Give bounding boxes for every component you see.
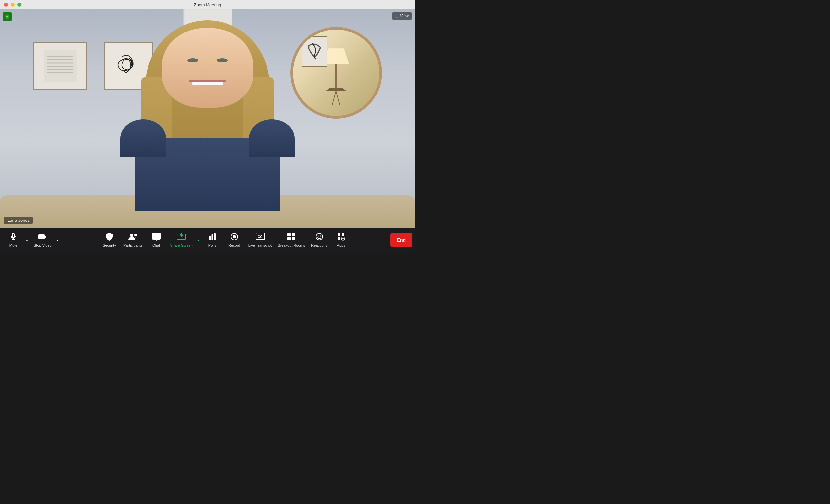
toolbar-left: Mute ▲ Stop Video ▲ (3, 229, 60, 251)
share-screen-label: Share Screen (170, 243, 193, 247)
wall-art-frame-1 (33, 42, 87, 90)
participants-icon (128, 233, 137, 242)
svg-rect-12 (209, 236, 211, 240)
svg-point-9 (134, 234, 137, 237)
svg-rect-19 (287, 233, 291, 237)
participant-name-label: Lane Jones (4, 217, 33, 224)
breakout-rooms-button[interactable]: Breakout Rooms (275, 229, 308, 251)
svg-point-24 (318, 236, 319, 237)
svg-rect-14 (214, 233, 216, 240)
share-screen-btn-group: Share Screen ▲ (168, 229, 201, 251)
window-title: Zoom Meeting (194, 2, 221, 7)
mute-button[interactable]: Mute (3, 229, 24, 251)
apps-icon (337, 233, 345, 242)
end-button[interactable]: End (390, 233, 412, 247)
svg-text:CC: CC (258, 235, 262, 239)
svg-rect-20 (292, 233, 295, 237)
video-icon (38, 233, 47, 242)
breakout-rooms-label: Breakout Rooms (278, 243, 305, 247)
svg-rect-28 (338, 233, 341, 236)
svg-rect-22 (292, 237, 295, 241)
svg-point-16 (233, 235, 236, 239)
apps-label: Apps (337, 243, 345, 247)
security-icon (106, 233, 113, 242)
svg-rect-30 (338, 238, 341, 240)
stop-video-button[interactable]: Stop Video (31, 229, 54, 251)
reactions-icon: + (315, 233, 323, 242)
view-button[interactable]: ⊞ View (392, 12, 412, 20)
apps-button[interactable]: Apps (330, 229, 352, 251)
chat-label: Chat (153, 243, 160, 247)
video-chevron[interactable]: ▲ (54, 229, 60, 251)
svg-point-25 (320, 236, 321, 237)
share-screen-button[interactable]: Share Screen (168, 229, 195, 251)
security-badge[interactable] (3, 12, 12, 21)
maximize-button[interactable] (17, 3, 21, 7)
live-transcript-label: Live Transcript (248, 243, 272, 247)
svg-rect-13 (212, 234, 213, 240)
security-label: Security (103, 243, 116, 247)
svg-point-8 (130, 234, 133, 237)
participants-label: Participants (123, 243, 142, 247)
title-bar: Zoom Meeting (0, 0, 415, 9)
share-screen-icon (177, 233, 186, 242)
svg-rect-21 (287, 237, 291, 241)
security-button[interactable]: Security (99, 229, 120, 251)
live-transcript-button[interactable]: CC Live Transcript (246, 229, 275, 251)
polls-label: Polls (209, 243, 217, 247)
toolbar-right: End (390, 233, 412, 247)
mute-btn-group: Mute ▲ (3, 229, 30, 251)
close-button[interactable] (4, 3, 8, 7)
participants-button[interactable]: Participants (121, 229, 145, 251)
view-label: View (400, 13, 409, 18)
participant-video (104, 20, 311, 211)
polls-button[interactable]: Polls (202, 229, 223, 251)
record-label: Record (228, 243, 240, 247)
mute-label: Mute (9, 243, 17, 247)
reactions-label: Reactions (311, 243, 327, 247)
toolbar: Mute ▲ Stop Video ▲ (0, 228, 415, 252)
chat-button[interactable]: Chat (146, 229, 167, 251)
svg-rect-11 (179, 240, 184, 240)
reactions-button[interactable]: + Reactions (308, 229, 330, 251)
mute-icon (9, 233, 17, 242)
chat-icon (152, 233, 161, 242)
minimize-button[interactable] (10, 3, 14, 7)
record-button[interactable]: Record (224, 229, 245, 251)
live-transcript-icon: CC (256, 233, 265, 242)
record-icon (230, 233, 238, 242)
stop-video-btn-group: Stop Video ▲ (31, 229, 60, 251)
breakout-rooms-icon (287, 233, 296, 242)
share-screen-chevron[interactable]: ▲ (195, 229, 201, 251)
window-controls[interactable] (4, 3, 21, 7)
mute-chevron[interactable]: ▲ (24, 229, 30, 251)
video-area: ⊞ View Lane Jones (0, 9, 415, 228)
polls-icon (209, 233, 217, 242)
view-icon: ⊞ (395, 13, 399, 18)
svg-rect-29 (342, 233, 344, 236)
stop-video-label: Stop Video (34, 243, 52, 247)
toolbar-center: Security Participants Chat (60, 229, 390, 251)
